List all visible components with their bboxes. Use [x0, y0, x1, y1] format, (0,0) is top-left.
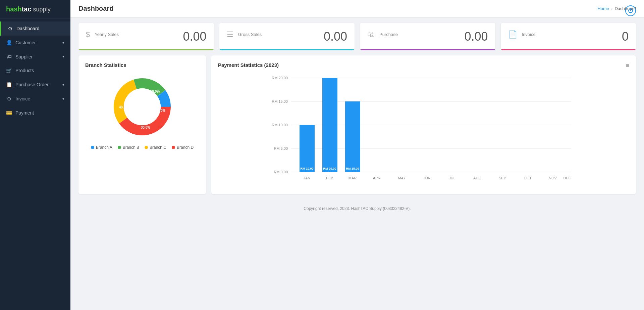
donut-chart-container: 10.0% 20.0% 30.0% 40.0% Branch A Bra: [85, 73, 199, 150]
yearly-sales-bar: [78, 49, 214, 50]
payment-statistics-card: Payment Statistics (2023) ≡ RM 20.00 RM …: [211, 55, 636, 194]
sidebar-label-customer: Customer: [15, 40, 36, 45]
invoice-label: Invoice: [522, 32, 536, 37]
x-label-sep: SEP: [499, 176, 506, 180]
nav-menu: ⊙ Dashboard 👤 Customer ▾ 🏷 Supplier ▾ 🛒 …: [0, 19, 70, 310]
pct-label-b: 20.0%: [156, 109, 165, 113]
x-label-nov: NOV: [549, 176, 557, 180]
pct-label-c: 30.0%: [141, 126, 150, 129]
x-label-apr: APR: [373, 176, 381, 180]
pct-label-d: 40.0%: [119, 105, 128, 109]
list-icon: ☰: [227, 30, 233, 39]
y-label-0: RM 0.00: [274, 170, 288, 174]
bar-mar: [345, 101, 360, 172]
legend-dot-c: [145, 146, 148, 149]
pct-label-a: 10.0%: [150, 90, 160, 93]
invoice-stat-icon: 📄: [508, 30, 517, 39]
legend-dot-d: [172, 146, 175, 149]
payment-icon: 💳: [6, 110, 12, 116]
dollar-icon: $: [86, 30, 90, 39]
power-button[interactable]: ⏻: [625, 5, 636, 16]
legend-dot-a: [91, 146, 94, 149]
chevron-down-icon-po: ▾: [62, 83, 64, 87]
legend-label-a: Branch A: [96, 145, 112, 150]
sidebar-label-invoice: Invoice: [15, 96, 30, 101]
footer-text: Copyright reserved, 2023. HashTAC Supply…: [304, 206, 411, 211]
bar-chart-container: RM 20.00 RM 15.00 RM 10.00 RM 5.00 RM 0.…: [218, 73, 629, 187]
x-label-aug: AUG: [473, 176, 481, 180]
yearly-sales-label: Yearly Sales: [95, 32, 119, 37]
legend-branch-d: Branch D: [172, 145, 194, 150]
sidebar-item-payment[interactable]: 💳 Payment: [0, 106, 70, 120]
x-label-jun: JUN: [423, 176, 430, 180]
legend-branch-c: Branch C: [145, 145, 166, 150]
x-label-dec: DEC: [563, 176, 571, 180]
bar-label-jan: RM 10.00: [300, 167, 313, 170]
bar-label-mar: RM 15.00: [346, 167, 359, 170]
legend-label-b: Branch B: [123, 145, 139, 150]
donut-hole: [124, 88, 161, 125]
donut-legend: Branch A Branch B Branch C Branch D: [91, 145, 194, 150]
sidebar-label-purchase-order: Purchase Order: [15, 82, 49, 87]
app-logo: hashtac supply: [0, 0, 70, 19]
y-label-15: RM 15.00: [272, 99, 288, 103]
branch-statistics-card: Branch Statistics 10.0%: [78, 55, 206, 194]
sidebar-item-customer[interactable]: 👤 Customer ▾: [0, 36, 70, 50]
supplier-icon: 🏷: [6, 54, 12, 59]
donut-chart: 10.0% 20.0% 30.0% 40.0%: [109, 73, 176, 140]
legend-label-d: Branch D: [177, 145, 194, 150]
sidebar-item-dashboard[interactable]: ⊙ Dashboard: [0, 21, 70, 36]
legend-branch-b: Branch B: [118, 145, 139, 150]
y-label-20: RM 20.00: [272, 76, 288, 80]
payment-stats-title: Payment Statistics (2023): [218, 62, 629, 68]
breadcrumb-separator: ›: [611, 6, 612, 11]
stat-card-yearly-sales: $ Yearly Sales 0.00: [78, 23, 214, 50]
gross-sales-value: 0.00: [324, 30, 347, 44]
dashboard-icon: ⊙: [7, 26, 13, 32]
customer-icon: 👤: [6, 40, 12, 46]
products-icon: 🛒: [6, 68, 12, 74]
bar-feb: [322, 78, 337, 172]
topbar: Dashboard Home › Dashboard: [70, 0, 644, 17]
gross-sales-bar: [219, 49, 355, 50]
stat-card-invoice: 📄 Invoice 0: [501, 23, 636, 50]
legend-dot-b: [118, 146, 121, 149]
invoice-bar: [501, 49, 636, 50]
legend-branch-a: Branch A: [91, 145, 112, 150]
bar-chart-svg: RM 20.00 RM 15.00 RM 10.00 RM 5.00 RM 0.…: [218, 73, 629, 187]
chevron-down-icon-supplier: ▾: [62, 54, 64, 59]
sidebar-item-supplier[interactable]: 🏷 Supplier ▾: [0, 50, 70, 63]
invoice-value: 0: [622, 30, 629, 44]
sidebar-item-invoice[interactable]: ⊙ Invoice ▾: [0, 92, 70, 106]
sidebar-label-dashboard: Dashboard: [16, 26, 40, 31]
y-label-5: RM 5.00: [274, 146, 288, 150]
stat-card-gross-sales: ☰ Gross Sales 0.00: [219, 23, 355, 50]
x-label-jan: JAN: [304, 176, 311, 180]
logo-hash: hash: [6, 5, 22, 13]
bar-jan: [300, 125, 315, 172]
x-label-jul: JUL: [449, 176, 455, 180]
logo-tac: tac: [22, 5, 32, 13]
sidebar-label-payment: Payment: [15, 110, 34, 116]
main-content: Dashboard Home › Dashboard ⏻ $ Yearly Sa…: [70, 0, 644, 310]
x-label-feb: FEB: [326, 176, 333, 180]
charts-row: Branch Statistics 10.0%: [70, 55, 644, 200]
invoice-icon: ⊙: [6, 96, 12, 102]
legend-label-c: Branch C: [150, 145, 166, 150]
purchase-label: Purchase: [379, 32, 398, 37]
menu-icon[interactable]: ≡: [626, 62, 629, 69]
x-label-oct: OCT: [524, 176, 532, 180]
purchase-value: 0.00: [464, 30, 488, 44]
footer: Copyright reserved, 2023. HashTAC Supply…: [70, 200, 644, 218]
sidebar-item-purchase-order[interactable]: 📋 Purchase Order ▾: [0, 78, 70, 92]
sidebar-label-products: Products: [15, 68, 34, 73]
breadcrumb-home[interactable]: Home: [597, 6, 609, 11]
chevron-down-icon: ▾: [62, 41, 64, 45]
y-label-10: RM 10.00: [272, 123, 288, 127]
bar-label-feb: RM 20.00: [323, 167, 336, 170]
page-title: Dashboard: [78, 5, 113, 12]
stats-row: $ Yearly Sales 0.00 ☰ Gross Sales 0.00: [70, 17, 644, 55]
sidebar: hashtac supply ⊙ Dashboard 👤 Customer ▾ …: [0, 0, 70, 310]
sidebar-item-products[interactable]: 🛒 Products: [0, 63, 70, 78]
branch-stats-title: Branch Statistics: [85, 62, 199, 68]
